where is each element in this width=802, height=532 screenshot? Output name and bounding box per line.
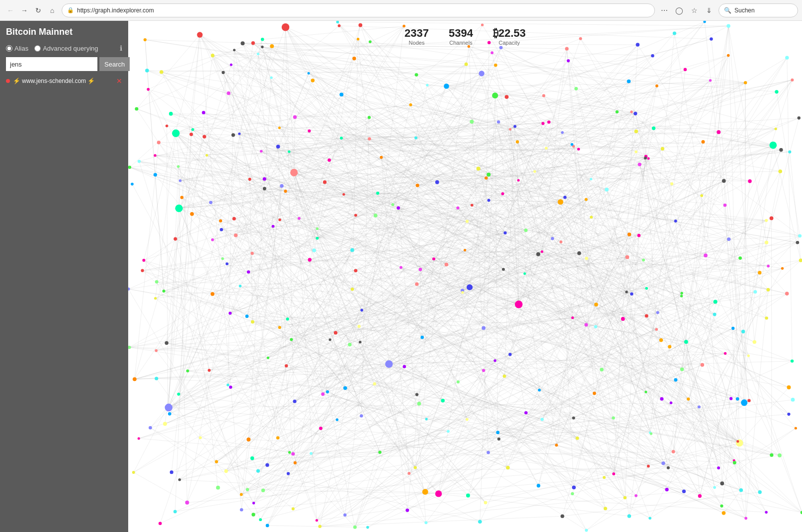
radio-alias-label: Alias (14, 45, 28, 52)
browser-search-icon: 🔍 (724, 7, 731, 14)
back-button[interactable]: ← (4, 4, 17, 17)
more-button[interactable]: ⋯ (658, 4, 671, 17)
radio-alias-input[interactable] (6, 45, 12, 52)
star-button[interactable]: ☆ (688, 4, 701, 17)
stat-channels: 5394 Channels (449, 27, 473, 46)
nodes-value: 2337 (404, 27, 429, 40)
browser-chrome: ← → ↻ ⌂ 🔒 https://graph.indexplorer.com … (0, 0, 802, 21)
stat-nodes: 2337 Nodes (404, 27, 429, 46)
radio-group: Alias Advanced querying ℹ (6, 44, 122, 52)
capacity-value: ₿22.53 (493, 27, 526, 40)
capacity-label: Capacity (499, 40, 520, 46)
radio-advanced-label: Advanced querying (43, 45, 98, 52)
pocket-button[interactable]: ◯ (673, 4, 686, 17)
nav-buttons: ← → ↻ ⌂ (4, 4, 59, 17)
search-input[interactable] (6, 57, 97, 71)
channels-value: 5394 (449, 27, 473, 40)
info-icon[interactable]: ℹ (120, 44, 122, 52)
url-text: https://graph.indexplorer.com (77, 7, 649, 14)
radio-advanced-input[interactable] (34, 45, 41, 52)
result-item: ⚡ www.jens-schendel.com ⚡ ✕ (6, 76, 122, 86)
channels-label: Channels (449, 40, 472, 46)
forward-button[interactable]: → (18, 4, 31, 17)
browser-search-bar[interactable]: 🔍 Suchen (719, 3, 798, 17)
result-dot (6, 79, 10, 83)
stat-capacity: ₿22.53 Capacity (493, 27, 526, 46)
close-icon[interactable]: ✕ (116, 77, 122, 85)
address-bar[interactable]: 🔒 https://graph.indexplorer.com (62, 3, 655, 17)
search-button[interactable]: Search (99, 57, 130, 71)
main-container: Bitcoin Mainnet Alias Advanced querying … (0, 21, 802, 532)
download-button[interactable]: ⇓ (703, 4, 716, 17)
reload-button[interactable]: ↻ (32, 4, 45, 17)
browser-search-placeholder: Suchen (734, 7, 755, 14)
radio-advanced[interactable]: Advanced querying (34, 45, 98, 52)
radio-alias[interactable]: Alias (6, 45, 28, 52)
sidebar: Bitcoin Mainnet Alias Advanced querying … (0, 21, 128, 532)
home-button[interactable]: ⌂ (46, 4, 59, 17)
lock-icon: 🔒 (67, 7, 74, 13)
search-row: Search (6, 57, 122, 71)
stats-overlay: 2337 Nodes 5394 Channels ₿22.53 Capacity (404, 27, 526, 46)
app-title: Bitcoin Mainnet (6, 27, 122, 37)
graph-area: 2337 Nodes 5394 Channels ₿22.53 Capacity (128, 21, 802, 532)
graph-canvas[interactable] (128, 21, 802, 532)
nodes-label: Nodes (409, 40, 425, 46)
result-text: ⚡ www.jens-schendel.com ⚡ (13, 77, 113, 84)
browser-actions: ⋯ ◯ ☆ ⇓ (658, 4, 716, 17)
